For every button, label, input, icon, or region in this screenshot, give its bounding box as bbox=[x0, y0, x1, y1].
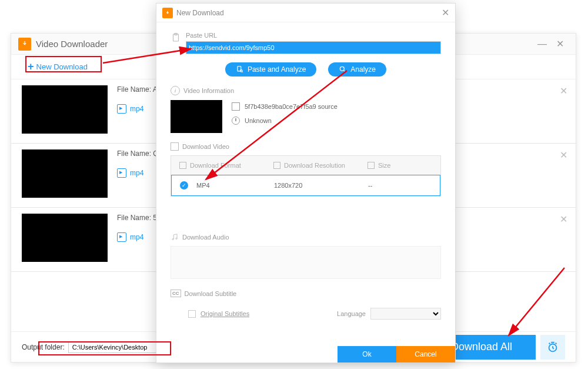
new-download-label: New Download bbox=[36, 62, 88, 71]
analyze-label: Analyze bbox=[350, 65, 376, 74]
plus-icon: + bbox=[28, 61, 34, 73]
ok-button[interactable]: Ok bbox=[338, 346, 396, 363]
language-select[interactable] bbox=[370, 308, 441, 320]
download-subtitle-header: CC Download Subtitle bbox=[171, 290, 441, 297]
output-folder-input[interactable] bbox=[68, 341, 159, 353]
source-name: 5f7b438e9ba0ce7e7f5a9 source bbox=[245, 103, 338, 110]
clock-icon bbox=[232, 117, 240, 125]
video-thumbnail bbox=[22, 214, 108, 262]
resolution-header-icon bbox=[273, 162, 280, 169]
paste-analyze-button[interactable]: Paste and Analyze bbox=[225, 62, 316, 77]
scheduler-button[interactable] bbox=[540, 335, 565, 360]
app-logo-icon bbox=[18, 38, 31, 51]
download-audio-header: Download Audio bbox=[171, 233, 441, 241]
remove-item-button[interactable]: ✕ bbox=[560, 214, 567, 225]
remove-item-button[interactable]: ✕ bbox=[560, 149, 567, 161]
format-row[interactable]: ✓ MP4 1280x720 -- bbox=[171, 175, 440, 196]
download-video-header: Download Video bbox=[171, 142, 441, 151]
clipboard-icon bbox=[171, 32, 181, 44]
format-text: mp4 bbox=[130, 105, 143, 113]
cc-icon: CC bbox=[171, 290, 181, 297]
svg-point-6 bbox=[172, 238, 173, 240]
language-label: Language bbox=[337, 310, 366, 317]
new-download-button[interactable]: + New Download bbox=[22, 58, 93, 75]
dialog-title: New Download bbox=[176, 9, 442, 17]
file-icon bbox=[232, 102, 240, 111]
video-format-icon bbox=[117, 104, 126, 114]
video-thumbnail bbox=[22, 85, 108, 134]
subtitle-checkbox[interactable] bbox=[188, 310, 196, 318]
dialog-logo-icon bbox=[162, 8, 173, 18]
analyze-button[interactable]: Analyze bbox=[328, 62, 386, 77]
clipboard-search-icon bbox=[236, 65, 244, 74]
dialog-video-thumbnail bbox=[171, 100, 222, 133]
dialog-close-button[interactable]: ✕ bbox=[442, 7, 449, 18]
search-icon bbox=[339, 65, 347, 74]
video-thumbnail bbox=[22, 149, 108, 198]
minimize-button[interactable]: — bbox=[533, 35, 551, 53]
cancel-button[interactable]: Cancel bbox=[396, 346, 455, 363]
video-info-header: i Video Information bbox=[171, 86, 441, 95]
audio-options-box bbox=[171, 246, 441, 279]
close-button[interactable]: ✕ bbox=[551, 35, 569, 53]
format-header-icon bbox=[179, 162, 186, 169]
video-format-icon bbox=[117, 168, 126, 178]
music-note-icon bbox=[171, 233, 179, 241]
selected-radio-icon: ✓ bbox=[180, 181, 188, 190]
new-download-dialog: New Download ✕ Paste URL Paste and Analy… bbox=[156, 3, 456, 363]
video-icon bbox=[171, 142, 179, 151]
svg-point-5 bbox=[340, 67, 345, 71]
duration-text: Unknown bbox=[245, 117, 272, 124]
video-format-icon bbox=[117, 232, 126, 242]
original-subtitles-label: Original Subtitles bbox=[201, 310, 249, 317]
paste-analyze-label: Paste and Analyze bbox=[248, 65, 306, 74]
size-header-icon bbox=[368, 162, 375, 169]
format-table: Download Format Download Resolution Size… bbox=[171, 155, 441, 197]
remove-item-button[interactable]: ✕ bbox=[560, 85, 567, 97]
info-icon: i bbox=[171, 86, 180, 95]
output-folder-label: Output folder: bbox=[22, 343, 65, 351]
url-input[interactable] bbox=[186, 41, 441, 54]
dialog-titlebar: New Download ✕ bbox=[156, 4, 455, 22]
format-text: mp4 bbox=[130, 233, 143, 241]
format-text: mp4 bbox=[130, 169, 143, 177]
paste-url-label: Paste URL bbox=[186, 32, 441, 39]
svg-point-7 bbox=[176, 238, 177, 239]
